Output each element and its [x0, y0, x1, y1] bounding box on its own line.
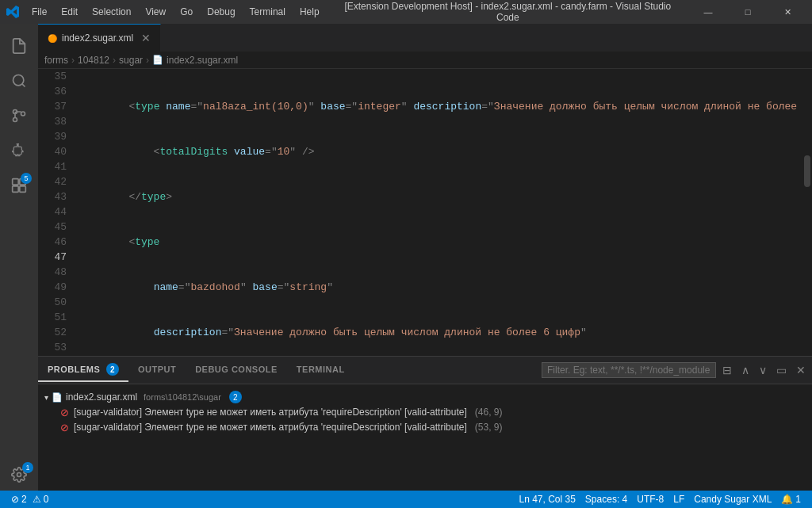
settings-activity-icon[interactable]: 1 [3, 459, 35, 491]
breadcrumb-file-icon: 📄 [152, 55, 163, 65]
menu-debug[interactable]: Debug [201, 5, 241, 19]
panel-tabs-row: PROBLEMS 2 OUTPUT DEBUG CONSOLE TERMINAL… [38, 357, 812, 384]
svg-rect-6 [13, 186, 19, 193]
code-content[interactable]: <type name="nal8aza_int(10,0)" base="int… [76, 69, 802, 356]
search-activity-icon[interactable] [3, 65, 35, 97]
title-bar: File Edit Selection View Go Debug Termin… [0, 0, 812, 24]
breadcrumb: forms › 104812 › sugar › 📄 index2.sugar.… [38, 52, 812, 69]
error-status-icon: ⊘ [11, 494, 19, 505]
svg-rect-4 [13, 179, 19, 185]
menu-bar: File Edit Selection View Go Debug Termin… [25, 5, 326, 19]
code-line-36: <totalDigits value="10" /> [79, 144, 802, 159]
tab-close-button[interactable]: ✕ [141, 32, 151, 44]
code-line-39: name="bazdohod" base="string" [79, 280, 802, 295]
vertical-scrollbar[interactable] [802, 69, 812, 356]
status-spaces[interactable]: Spaces: 4 [580, 491, 632, 508]
warning-count: 0 [44, 494, 49, 505]
main-layout: 5 1 🟠 index2.sugar.xml ✕ forms › 104812 … [0, 24, 812, 491]
activity-bar: 5 1 [0, 24, 38, 491]
tab-label: index2.sugar.xml [62, 32, 133, 44]
collapse-icon: ▾ [44, 393, 48, 402]
debug-console-tab[interactable]: DEBUG CONSOLE [186, 360, 287, 380]
problem-filename: index2.sugar.xml [66, 392, 137, 403]
breadcrumb-filename[interactable]: index2.sugar.xml [167, 55, 238, 66]
bottom-panel: PROBLEMS 2 OUTPUT DEBUG CONSOLE TERMINAL… [38, 356, 812, 491]
problem-message-1: [sugar-validator] Элемент type не может … [74, 407, 467, 418]
code-editor[interactable]: 35 36 37 38 39 40 41 42 43 44 45 46 47 4… [38, 69, 812, 356]
menu-view[interactable]: View [139, 5, 172, 19]
chevron-up-panel-button[interactable]: ∧ [738, 362, 753, 378]
svg-point-8 [17, 473, 21, 477]
tab-file-icon: 🟠 [48, 34, 57, 43]
terminal-tab[interactable]: TERMINAL [287, 360, 354, 380]
status-errors[interactable]: ⊘ 2 ⚠ 0 [6, 491, 53, 508]
bell-icon: 🔔 [781, 494, 793, 505]
svg-point-3 [21, 112, 25, 116]
menu-selection[interactable]: Selection [86, 5, 137, 19]
svg-point-2 [13, 118, 17, 122]
status-bell[interactable]: 🔔 1 [776, 491, 806, 508]
output-tab[interactable]: OUTPUT [128, 360, 186, 380]
bell-count: 1 [795, 494, 801, 505]
problem-filepath: forms\104812\sugar [144, 392, 221, 402]
problem-group-header[interactable]: ▾ 📄 index2.sugar.xml forms\104812\sugar … [44, 389, 806, 405]
panel-content: ▾ 📄 index2.sugar.xml forms\104812\sugar … [38, 384, 812, 491]
problem-location-2: (53, 9) [475, 422, 503, 433]
scrollbar-thumb[interactable] [804, 155, 810, 187]
code-line-38: <type [79, 235, 802, 250]
extensions-badge: 5 [21, 173, 32, 184]
menu-terminal[interactable]: Terminal [243, 5, 292, 19]
breadcrumb-sugar[interactable]: sugar [119, 55, 143, 66]
menu-go[interactable]: Go [174, 5, 199, 19]
tab-bar: 🟠 index2.sugar.xml ✕ [38, 24, 812, 52]
code-line-37: </type> [79, 189, 802, 204]
problems-badge: 2 [106, 363, 119, 376]
minimize-button[interactable]: — [690, 0, 726, 24]
error-icon-1: ⊘ [60, 407, 69, 418]
debug-activity-icon[interactable] [3, 135, 35, 166]
settings-badge: 1 [22, 462, 33, 473]
error-icon-2: ⊘ [60, 422, 69, 434]
problem-message-2: [sugar-validator] Элемент type не может … [74, 422, 467, 433]
svg-point-0 [13, 75, 24, 86]
maximize-panel-button[interactable]: ▭ [773, 362, 790, 378]
code-line-40: description="Значение должно быть целым … [79, 325, 802, 340]
vscode-logo [6, 6, 19, 18]
code-line-35: <type name="nal8aza_int(10,0)" base="int… [79, 99, 802, 114]
editor-area: 🟠 index2.sugar.xml ✕ forms › 104812 › su… [38, 24, 812, 491]
window-title: [Extension Development Host] - index2.su… [332, 1, 684, 23]
filter-input[interactable] [542, 362, 716, 378]
problems-tab[interactable]: PROBLEMS 2 [38, 358, 128, 382]
menu-help[interactable]: Help [293, 5, 326, 19]
warning-status-icon: ⚠ [33, 494, 41, 505]
extensions-activity-icon[interactable]: 5 [3, 170, 35, 201]
collapse-panel-button[interactable]: ⊟ [719, 362, 735, 378]
status-eol[interactable]: LF [668, 491, 689, 508]
problem-file-icon: 📄 [52, 392, 63, 403]
line-numbers: 35 36 37 38 39 40 41 42 43 44 45 46 47 4… [38, 69, 76, 356]
window-controls: — □ ✕ [690, 0, 806, 24]
chevron-down-panel-button[interactable]: ∨ [756, 362, 770, 378]
editor-tab[interactable]: 🟠 index2.sugar.xml ✕ [38, 24, 161, 52]
status-bar: ⊘ 2 ⚠ 0 Ln 47, Col 35 Spaces: 4 UTF-8 LF… [0, 491, 812, 508]
problem-item-1[interactable]: ⊘ [sugar-validator] Элемент type не може… [44, 405, 806, 420]
problem-location-1: (46, 9) [475, 407, 503, 418]
panel-filter-area: ⊟ ∧ ∨ ▭ ✕ [542, 362, 812, 378]
status-language[interactable]: Candy Sugar XML [689, 491, 776, 508]
svg-rect-7 [20, 186, 26, 193]
breadcrumb-104812[interactable]: 104812 [78, 55, 109, 66]
error-count: 2 [21, 494, 27, 505]
problem-item-2[interactable]: ⊘ [sugar-validator] Элемент type не може… [44, 420, 806, 435]
status-encoding[interactable]: UTF-8 [632, 491, 668, 508]
close-panel-button[interactable]: ✕ [793, 362, 809, 378]
problem-count-badge: 2 [229, 391, 242, 403]
menu-file[interactable]: File [25, 5, 53, 19]
close-button[interactable]: ✕ [769, 0, 806, 24]
breadcrumb-forms[interactable]: forms [44, 55, 68, 66]
menu-edit[interactable]: Edit [55, 5, 84, 19]
git-activity-icon[interactable] [3, 100, 35, 132]
explorer-icon[interactable] [3, 30, 35, 62]
status-ln-col[interactable]: Ln 47, Col 35 [514, 491, 580, 508]
maximize-button[interactable]: □ [730, 0, 766, 24]
problem-group: ▾ 📄 index2.sugar.xml forms\104812\sugar … [44, 389, 806, 435]
